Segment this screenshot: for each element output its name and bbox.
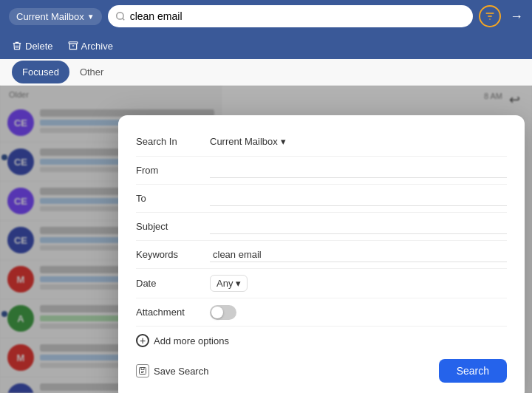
- subject-label: Subject: [136, 221, 210, 232]
- filter-button[interactable]: [479, 5, 501, 27]
- subject-row: Subject: [136, 213, 507, 241]
- from-input[interactable]: [210, 163, 507, 178]
- filter-icon: [484, 10, 496, 22]
- main-layout: Older CE CE CE: [0, 86, 532, 393]
- modal-footer: Save Search Search: [136, 359, 507, 383]
- keywords-row: Keywords clean email: [136, 241, 507, 269]
- search-in-value: Current Mailbox: [210, 136, 278, 147]
- to-row: To: [136, 185, 507, 213]
- attachment-toggle[interactable]: [210, 305, 236, 320]
- archive-icon: [68, 41, 78, 51]
- archive-label: Archive: [81, 41, 113, 52]
- mailbox-selector[interactable]: Current Mailbox ▼: [9, 8, 102, 25]
- tab-focused-label: Focused: [22, 66, 59, 78]
- tab-other-label: Other: [80, 66, 104, 78]
- search-modal: Search In Current Mailbox ▾ From To Subj…: [118, 115, 525, 393]
- to-label: To: [136, 193, 210, 204]
- svg-point-0: [116, 13, 123, 19]
- svg-line-1: [122, 18, 124, 21]
- search-in-label: Search In: [136, 136, 210, 147]
- from-label: From: [136, 165, 210, 176]
- attachment-label: Attachment: [136, 307, 210, 318]
- chevron-down-icon: ▼: [87, 13, 95, 21]
- search-input[interactable]: [130, 10, 466, 22]
- search-in-selector[interactable]: Current Mailbox ▾: [210, 136, 286, 147]
- date-selector[interactable]: Any ▾: [210, 275, 248, 292]
- action-bar: Delete Archive: [0, 33, 532, 59]
- search-in-row: Search In Current Mailbox ▾: [136, 130, 507, 157]
- trash-icon: [12, 41, 22, 51]
- mailbox-label: Current Mailbox: [16, 11, 84, 22]
- forward-arrow-icon[interactable]: →: [510, 9, 523, 24]
- save-search-icon: [136, 364, 149, 377]
- svg-rect-6: [140, 368, 146, 375]
- date-value: Any: [216, 278, 233, 289]
- keywords-label: Keywords: [136, 249, 210, 260]
- tab-focused[interactable]: Focused: [12, 61, 69, 83]
- delete-button[interactable]: Delete: [12, 41, 53, 52]
- attachment-row: Attachment: [136, 298, 507, 327]
- search-bar: [108, 5, 473, 27]
- save-search-button[interactable]: Save Search: [136, 364, 208, 377]
- tab-bar: Focused Other: [0, 59, 532, 86]
- toggle-knob: [211, 307, 223, 318]
- date-row: Date Any ▾: [136, 269, 507, 298]
- archive-button[interactable]: Archive: [68, 41, 113, 52]
- to-input[interactable]: [210, 191, 507, 206]
- search-icon: [115, 11, 126, 21]
- search-button[interactable]: Search: [439, 359, 507, 383]
- date-label: Date: [136, 278, 210, 289]
- add-more-label: Add more options: [154, 335, 229, 346]
- delete-label: Delete: [25, 41, 53, 52]
- date-chevron-icon: ▾: [236, 278, 241, 289]
- save-search-label: Save Search: [154, 366, 208, 377]
- keywords-value[interactable]: clean email: [210, 247, 507, 262]
- add-more-options[interactable]: + Add more options: [136, 327, 507, 350]
- tab-other[interactable]: Other: [69, 61, 115, 83]
- svg-rect-5: [69, 42, 78, 44]
- plus-circle-icon: +: [136, 334, 149, 347]
- top-bar: Current Mailbox ▼ →: [0, 0, 532, 33]
- from-row: From: [136, 157, 507, 185]
- search-in-chevron-icon: ▾: [281, 136, 286, 147]
- search-button-label: Search: [457, 365, 489, 377]
- subject-input[interactable]: [210, 219, 507, 234]
